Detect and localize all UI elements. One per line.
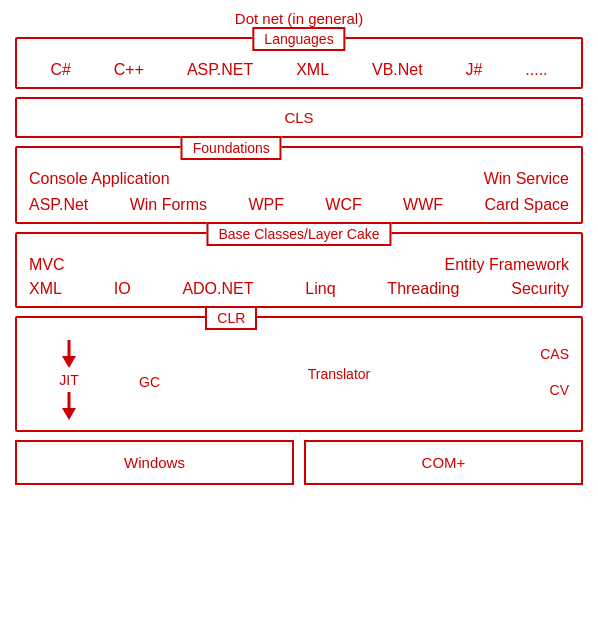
com-box: COM+ (304, 440, 583, 485)
lang-vbnet: VB.Net (372, 61, 423, 79)
gc-label: GC (139, 374, 189, 390)
foundations-section: Foundations Console Application Win Serv… (15, 146, 583, 224)
base-classes-label: Base Classes/Layer Cake (206, 222, 391, 246)
wpf: WPF (248, 196, 284, 214)
lang-xml: XML (296, 61, 329, 79)
win-forms: Win Forms (130, 196, 207, 214)
threading: Threading (387, 280, 459, 298)
svg-marker-3 (62, 408, 76, 420)
cv-label: CV (550, 382, 569, 398)
windows-box: Windows (15, 440, 294, 485)
base-classes-section: Base Classes/Layer Cake MVC Entity Frame… (15, 232, 583, 308)
languages-label: Languages (252, 27, 345, 51)
clr-middle: Translator (189, 366, 489, 382)
foundations-label: Foundations (181, 136, 282, 160)
wcf: WCF (325, 196, 361, 214)
clr-label: CLR (205, 306, 257, 330)
arrow-down-2-icon (57, 392, 81, 422)
clr-inner: JIT GC Translator CAS CV (29, 336, 569, 422)
adonet: ADO.NET (182, 280, 253, 298)
translator-label: Translator (308, 366, 371, 382)
card-space: Card Space (484, 196, 569, 214)
foundations-row2: ASP.Net Win Forms WPF WCF WWF Card Space (29, 196, 569, 214)
base-row2: XML IO ADO.NET Linq Threading Security (29, 280, 569, 298)
jit-label: JIT (59, 372, 78, 388)
lang-cpp: C++ (114, 61, 144, 79)
bottom-row: Windows COM+ (15, 440, 583, 485)
clr-right: CAS CV (489, 346, 569, 398)
base-row1: MVC Entity Framework (29, 252, 569, 274)
entity-framework: Entity Framework (445, 256, 569, 274)
cls-section: CLS (15, 97, 583, 138)
win-service: Win Service (484, 170, 569, 188)
console-app: Console Application (29, 170, 170, 188)
io: IO (114, 280, 131, 298)
lang-jsharp: J# (466, 61, 483, 79)
main-title: Dot net (in general) (15, 10, 583, 27)
security: Security (511, 280, 569, 298)
aspnet: ASP.Net (29, 196, 88, 214)
lang-csharp: C# (50, 61, 70, 79)
languages-section: Languages C# C++ ASP.NET XML VB.Net J# .… (15, 37, 583, 89)
linq: Linq (305, 280, 335, 298)
cas-label: CAS (540, 346, 569, 362)
languages-row: C# C++ ASP.NET XML VB.Net J# ..... (29, 55, 569, 79)
arrow-down-1-icon (57, 340, 81, 370)
wwf: WWF (403, 196, 443, 214)
cls-label: CLS (29, 109, 569, 126)
mvc: MVC (29, 256, 65, 274)
xml: XML (29, 280, 62, 298)
lang-more: ..... (525, 61, 547, 79)
foundations-row1: Console Application Win Service (29, 166, 569, 188)
svg-marker-1 (62, 356, 76, 368)
lang-aspnet: ASP.NET (187, 61, 253, 79)
clr-section: CLR JIT GC Translator CAS CV (15, 316, 583, 432)
clr-left: JIT (29, 340, 109, 422)
